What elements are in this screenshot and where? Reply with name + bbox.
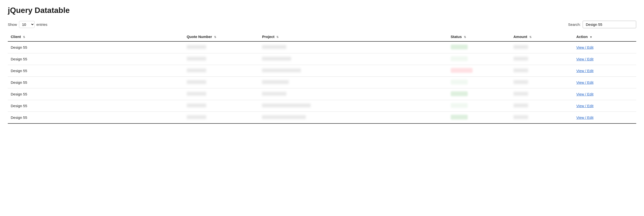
sort-icon-quote: ⇅ xyxy=(214,36,216,39)
cell-amount xyxy=(510,77,574,88)
cell-quote xyxy=(184,100,259,112)
cell-project xyxy=(259,42,448,53)
cell-action: View / Edit xyxy=(574,53,636,65)
cell-project xyxy=(259,53,448,65)
sort-icon-project: ⇅ xyxy=(276,36,278,39)
cell-client: Design 55 xyxy=(8,53,184,65)
sort-icon-amount: ⇅ xyxy=(529,36,532,39)
cell-project xyxy=(259,77,448,88)
table-row: Design 55View / Edit xyxy=(8,53,636,65)
cell-project xyxy=(259,112,448,124)
show-label: Show xyxy=(8,22,17,26)
cell-status xyxy=(448,42,510,53)
cell-amount xyxy=(510,112,574,124)
col-header-client[interactable]: Client ⇅ xyxy=(8,32,184,42)
cell-client: Design 55 xyxy=(8,42,184,53)
col-header-amount[interactable]: Amount ⇅ xyxy=(510,32,574,42)
search-box: Search: xyxy=(568,21,636,28)
cell-status xyxy=(448,77,510,88)
cell-quote xyxy=(184,88,259,100)
cell-action: View / Edit xyxy=(574,65,636,77)
cell-client: Design 55 xyxy=(8,100,184,112)
entries-label: entries xyxy=(36,22,48,26)
cell-action: View / Edit xyxy=(574,88,636,100)
sort-icon-client: ⇅ xyxy=(23,36,25,39)
show-entries-control: Show 10 25 50 100 entries xyxy=(8,21,48,28)
col-header-status[interactable]: Status ⇅ xyxy=(448,32,510,42)
cell-action: View / Edit xyxy=(574,42,636,53)
cell-status xyxy=(448,53,510,65)
cell-client: Design 55 xyxy=(8,65,184,77)
cell-quote xyxy=(184,77,259,88)
col-header-project[interactable]: Project ⇅ xyxy=(259,32,448,42)
view-edit-link[interactable]: View / Edit xyxy=(576,69,594,73)
cell-quote xyxy=(184,112,259,124)
sort-icon-action: ▼ xyxy=(590,36,592,38)
cell-amount xyxy=(510,88,574,100)
cell-amount xyxy=(510,53,574,65)
view-edit-link[interactable]: View / Edit xyxy=(576,80,594,84)
cell-quote xyxy=(184,53,259,65)
entries-select[interactable]: 10 25 50 100 xyxy=(19,21,34,28)
table-row: Design 55View / Edit xyxy=(8,65,636,77)
cell-action: View / Edit xyxy=(574,112,636,124)
cell-status xyxy=(448,88,510,100)
cell-client: Design 55 xyxy=(8,112,184,124)
search-label: Search: xyxy=(568,22,581,26)
table-header-row: Client ⇅ Quote Number ⇅ Project ⇅ Status… xyxy=(8,32,636,42)
cell-status xyxy=(448,112,510,124)
datatable: Client ⇅ Quote Number ⇅ Project ⇅ Status… xyxy=(8,32,636,124)
table-row: Design 55View / Edit xyxy=(8,88,636,100)
view-edit-link[interactable]: View / Edit xyxy=(576,104,594,108)
cell-action: View / Edit xyxy=(574,77,636,88)
view-edit-link[interactable]: View / Edit xyxy=(576,45,594,50)
table-row: Design 55View / Edit xyxy=(8,77,636,88)
cell-status xyxy=(448,100,510,112)
cell-amount xyxy=(510,100,574,112)
table-row: Design 55View / Edit xyxy=(8,42,636,53)
cell-status xyxy=(448,65,510,77)
view-edit-link[interactable]: View / Edit xyxy=(576,92,594,96)
cell-quote xyxy=(184,42,259,53)
view-edit-link[interactable]: View / Edit xyxy=(576,57,594,61)
table-row: Design 55View / Edit xyxy=(8,112,636,124)
cell-amount xyxy=(510,42,574,53)
col-header-quote[interactable]: Quote Number ⇅ xyxy=(184,32,259,42)
cell-quote xyxy=(184,65,259,77)
cell-client: Design 55 xyxy=(8,77,184,88)
view-edit-link[interactable]: View / Edit xyxy=(576,116,594,120)
table-row: Design 55View / Edit xyxy=(8,100,636,112)
sort-icon-status: ⇅ xyxy=(464,36,466,39)
cell-action: View / Edit xyxy=(574,100,636,112)
cell-client: Design 55 xyxy=(8,88,184,100)
controls-bar: Show 10 25 50 100 entries Search: xyxy=(8,21,636,28)
search-input[interactable] xyxy=(583,21,636,28)
cell-project xyxy=(259,65,448,77)
col-header-action[interactable]: Action ▼ xyxy=(574,32,636,42)
page-title: jQuery Datatable xyxy=(8,6,636,15)
cell-project xyxy=(259,100,448,112)
cell-project xyxy=(259,88,448,100)
cell-amount xyxy=(510,65,574,77)
